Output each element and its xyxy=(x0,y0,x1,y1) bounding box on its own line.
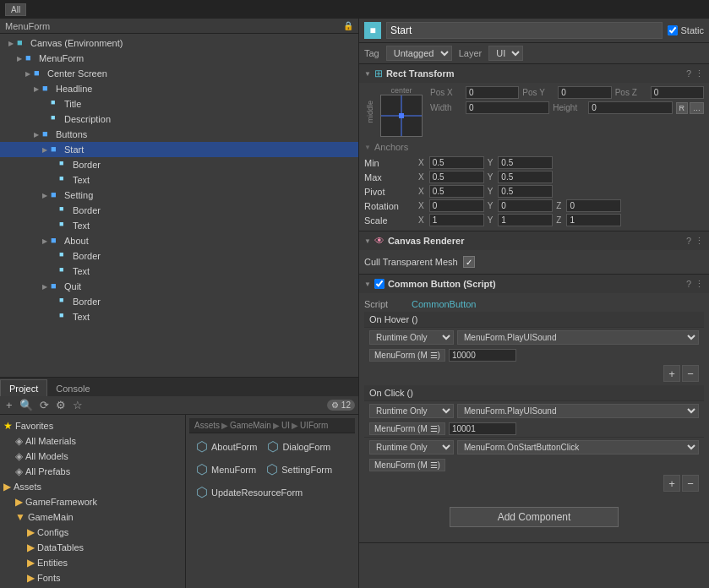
anchor-visual[interactable]: center xyxy=(376,86,427,137)
wh-R-btn[interactable]: R xyxy=(676,102,689,114)
asset-file-settingform[interactable]: ⬡SettingForm xyxy=(263,460,335,479)
wh-extra-btn[interactable]: … xyxy=(690,102,704,114)
tree-item-description[interactable]: ■Description xyxy=(0,112,358,127)
search-btn[interactable]: 🔍 xyxy=(17,398,35,412)
tree-item-start[interactable]: ▶■Start xyxy=(0,142,358,157)
tree-item-title[interactable]: ■Title xyxy=(0,96,358,112)
anchor-max-x-input[interactable] xyxy=(429,171,484,183)
anchor-max-y-input[interactable] xyxy=(498,171,553,183)
rot-x-input[interactable] xyxy=(429,199,484,212)
click-add-btn[interactable]: + xyxy=(663,475,680,492)
cull-checkmark[interactable]: ✓ xyxy=(463,256,475,268)
tree-item-text2[interactable]: ■Text xyxy=(0,218,358,233)
tree-item-border2[interactable]: ■Border xyxy=(0,203,358,218)
obj-name-input[interactable] xyxy=(386,22,663,39)
tree-item-menuform[interactable]: ▶■MenuForm xyxy=(0,51,358,66)
canvas-renderer-header[interactable]: ▼ 👁 Canvas Renderer ? ⋮ xyxy=(359,231,709,250)
scale-x-input[interactable] xyxy=(429,214,484,226)
hover-value-input[interactable] xyxy=(449,349,516,362)
height-input[interactable] xyxy=(588,101,672,114)
asset-item-gameframework[interactable]: ▶GameFramework xyxy=(0,494,185,509)
breadcrumb-item-3[interactable]: UIForm xyxy=(300,421,328,430)
click2-runtime-select[interactable]: Runtime Only xyxy=(369,440,454,455)
tree-item-text3[interactable]: ■Text xyxy=(0,264,358,279)
tree-item-border1-icon: ■ xyxy=(59,159,71,171)
rect-transform-header[interactable]: ▼ ⊞ Rect Transform ? ⋮ xyxy=(359,64,709,83)
tree-item-centerscreen[interactable]: ▶■Center Screen xyxy=(0,66,358,81)
hover-runtime-select[interactable]: Runtime Only xyxy=(369,330,454,345)
tree-item-border1[interactable]: ■Border xyxy=(0,157,358,172)
pivot-x-input[interactable] xyxy=(429,185,484,198)
canvas-settings-btn[interactable]: ⋮ xyxy=(695,236,704,247)
layer-select[interactable]: UI xyxy=(488,46,523,61)
canvas-help-btn[interactable]: ? xyxy=(686,236,691,246)
tree-item-quit[interactable]: ▶■Quit xyxy=(0,279,358,294)
anchor-min-y-input[interactable] xyxy=(498,156,553,169)
tree-item-buttons[interactable]: ▶■Buttons xyxy=(0,127,358,142)
menuform-chip-click2[interactable]: MenuForm (M ☰) xyxy=(369,459,445,471)
width-input[interactable] xyxy=(466,101,549,114)
tab-console[interactable]: Console xyxy=(47,379,98,396)
tree-item-setting[interactable]: ▶■Setting xyxy=(0,188,358,203)
common-button-header[interactable]: ▼ Common Button (Script) ? ⋮ xyxy=(359,275,709,293)
posy-input[interactable] xyxy=(558,86,611,99)
gamemain-child-configs[interactable]: ▶Configs xyxy=(0,525,185,540)
tag-select[interactable]: Untagged xyxy=(386,46,452,61)
asset-file-aboutform[interactable]: ⬡AboutForm xyxy=(193,437,260,456)
pivot-y-input[interactable] xyxy=(498,185,553,198)
star-btn[interactable]: ☆ xyxy=(70,398,85,412)
rot-y-input[interactable] xyxy=(498,199,553,212)
refresh-btn[interactable]: ⟳ xyxy=(37,398,52,412)
common-button-settings-btn[interactable]: ⋮ xyxy=(695,279,704,290)
anchor-min-x-input[interactable] xyxy=(429,156,484,169)
tree-item-border4-icon: ■ xyxy=(59,296,71,308)
tree-item-canvas[interactable]: ▶■Canvas (Environment) xyxy=(0,35,358,51)
breadcrumb-item-2[interactable]: UI xyxy=(281,421,290,430)
posz-input[interactable] xyxy=(651,86,704,99)
tree-item-headline[interactable]: ▶■Headline xyxy=(0,81,358,96)
tab-project[interactable]: Project xyxy=(0,379,47,396)
hover-func-select[interactable]: MenuForm.PlayUISound xyxy=(457,330,699,345)
static-checkbox[interactable] xyxy=(668,25,678,35)
click1-runtime-select[interactable]: Runtime Only xyxy=(369,404,454,418)
gamemain-child-fonts[interactable]: ▶Fonts xyxy=(0,570,185,585)
new-folder-btn[interactable]: + xyxy=(3,398,15,412)
tree-item-border4[interactable]: ■Border xyxy=(0,294,358,309)
scale-z-input[interactable] xyxy=(566,214,621,226)
rot-z-input[interactable] xyxy=(566,199,621,212)
tree-item-text1[interactable]: ■Text xyxy=(0,172,358,188)
click1-value-input[interactable] xyxy=(449,422,516,435)
hover-add-btn[interactable]: + xyxy=(663,365,680,382)
menuform-chip-click1[interactable]: MenuForm (M ☰) xyxy=(369,422,445,435)
script-row: Script CommonButton xyxy=(364,297,704,312)
posx-input[interactable] xyxy=(466,86,519,99)
breadcrumb-item-1[interactable]: GameMain xyxy=(230,421,271,430)
gamemain-child-datatables[interactable]: ▶DataTables xyxy=(0,540,185,555)
click2-func-select[interactable]: MenuForm.OnStartButtonClick xyxy=(457,440,699,455)
asset-item-gamemain[interactable]: ▼GameMain xyxy=(0,509,185,525)
click-remove-btn[interactable]: − xyxy=(682,475,699,492)
common-button-help-btn[interactable]: ? xyxy=(686,279,691,289)
fav-item-all-prefabs[interactable]: ◈All Prefabs xyxy=(0,464,185,479)
breadcrumb-item-0[interactable]: Assets xyxy=(194,421,220,430)
asset-file-menuform[interactable]: ⬡MenuForm xyxy=(193,460,259,479)
click1-func-select[interactable]: MenuForm.PlayUISound xyxy=(457,404,699,418)
gamemain-child-entities[interactable]: ▶Entities xyxy=(0,555,185,570)
hierarchy-lock-btn[interactable]: 🔒 xyxy=(343,21,353,30)
hover-remove-btn[interactable]: − xyxy=(682,365,699,382)
tree-item-border3[interactable]: ■Border xyxy=(0,248,358,264)
asset-file-updateresourceform[interactable]: ⬡UpdateResourceForm xyxy=(193,482,306,502)
rect-settings-btn[interactable]: ⋮ xyxy=(695,68,704,79)
tree-item-text4[interactable]: ■Text xyxy=(0,309,358,324)
menuform-chip-hover[interactable]: MenuForm (M ☰) xyxy=(369,349,445,362)
fav-item-all-models[interactable]: ◈All Models xyxy=(0,449,185,464)
common-button-enabled[interactable] xyxy=(374,279,384,289)
rect-help-btn[interactable]: ? xyxy=(686,68,691,79)
all-button[interactable]: All xyxy=(5,3,26,16)
tree-item-about[interactable]: ▶■About xyxy=(0,233,358,248)
scale-y-input[interactable] xyxy=(498,214,553,226)
fav-item-all-materials[interactable]: ◈All Materials xyxy=(0,433,185,449)
asset-file-dialogform[interactable]: ⬡DialogForm xyxy=(264,437,334,456)
add-component-btn[interactable]: Add Component xyxy=(450,507,619,527)
settings-btn2[interactable]: ⚙ xyxy=(53,398,68,412)
